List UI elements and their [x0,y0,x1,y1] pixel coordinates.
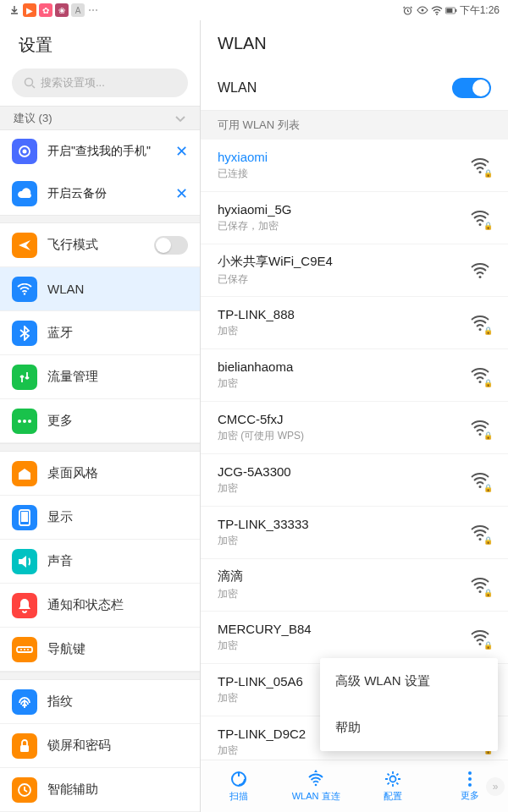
svg-point-6 [25,79,33,86]
svg-point-16 [20,649,22,650]
settings-row-home[interactable]: 桌面风格 [0,452,200,496]
svg-point-9 [24,293,25,294]
settings-row-finger[interactable]: 指纹 [0,680,200,724]
svg-point-35 [389,776,395,782]
suggestion-item[interactable]: 开启"查找我的手机" ✕ [0,130,200,173]
network-status: 加密 [218,481,459,496]
network-row[interactable]: hyxiaomi已连接 🔒 [201,140,508,192]
bottom-scan[interactable]: 扫描 [201,760,278,812]
network-status: 加密 [218,639,459,653]
wifi-signal-icon: 🔒 [469,365,491,387]
toggle-switch[interactable] [154,236,188,255]
row-label: 桌面风格 [47,465,188,481]
bottom-collapse-icon[interactable]: » [486,777,505,796]
svg-point-21 [479,171,482,173]
svg-point-24 [479,328,482,331]
section-gap [0,215,200,223]
section-gap [0,443,200,452]
settings-row-dots[interactable]: 更多 [0,399,200,443]
sound-icon [12,549,37,574]
network-row[interactable]: CMCC-5fxJ加密 (可使用 WPS) 🔒 [201,402,508,454]
display-icon [12,505,37,530]
target-icon [12,139,37,164]
svg-point-1 [421,9,423,12]
status-bar: ▶ ✿ ❀ A ⋯ 下午1:26 [0,0,508,20]
more-icon: ⋯ [87,4,99,16]
row-label: 显示 [47,509,188,525]
wifi-signal-icon: 🔒 [469,522,491,544]
lock-icon: 🔒 [483,484,493,492]
settings-row-display[interactable]: 显示 [0,496,200,540]
settings-row-wifi[interactable]: WLAN [0,267,200,311]
wifi-signal-icon [469,260,491,282]
section-gap [0,672,200,680]
suggestions-header[interactable]: 建议 (3) [0,106,200,130]
close-icon[interactable]: ✕ [175,142,188,161]
settings-row-bell[interactable]: 通知和状态栏 [0,584,200,628]
scan-icon [229,770,248,788]
settings-row-sound[interactable]: 声音 [0,540,200,584]
finger-icon [12,689,37,715]
row-label: 智能辅助 [47,782,188,798]
lock-icon: 🔒 [483,589,493,597]
network-row[interactable]: 滴滴加密 🔒 [201,559,508,612]
eye-icon [417,4,428,16]
wlan-pane: WLAN WLAN 可用 WLAN 列表 hyxiaomi已连接 🔒hyxiao… [201,20,508,812]
download-icon [8,4,20,16]
suggestion-label: 开启云备份 [47,186,165,201]
settings-row-data[interactable]: 流量管理 [0,355,200,399]
bottom-config[interactable]: 配置 [355,760,432,812]
svg-point-27 [479,486,482,488]
settings-row-bt[interactable]: 蓝牙 [0,311,200,355]
wlan-switch[interactable] [452,78,491,98]
menu-help[interactable]: 帮助 [320,705,498,751]
network-row[interactable]: TP-LINK_33333加密 🔒 [201,507,508,559]
network-row[interactable]: hyxiaomi_5G已保存，加密 🔒 [201,192,508,244]
settings-row-lock[interactable]: 锁屏和密码 [0,724,200,768]
suggestion-label: 开启"查找我的手机" [47,144,165,159]
network-status: 加密 [218,587,459,601]
network-row[interactable]: JCG-5A3300加密 🔒 [201,454,508,507]
menu-advanced-wlan[interactable]: 高级 WLAN 设置 [320,658,498,705]
svg-point-38 [468,783,472,787]
row-label: 锁屏和密码 [47,738,188,754]
home-icon [12,461,37,486]
network-status: 已连接 [218,167,459,181]
wlan-title: WLAN [201,20,508,65]
network-row[interactable]: bielianhaoma加密 🔒 [201,349,508,402]
cloud-icon [12,181,37,206]
close-icon[interactable]: ✕ [175,184,188,203]
row-label: WLAN [47,282,188,296]
available-section-header: 可用 WLAN 列表 [201,111,508,140]
svg-point-22 [479,223,482,226]
settings-row-plane[interactable]: 飞行模式 [0,223,200,267]
svg-point-30 [479,643,482,645]
wlan-toggle-row[interactable]: WLAN [201,65,508,111]
direct-icon [306,770,325,788]
settings-row-assist[interactable]: 智能辅助 [0,768,200,812]
suggestion-item[interactable]: 开启云备份 ✕ [0,173,200,215]
row-label: 飞行模式 [47,237,144,253]
app-icon: ❀ [55,3,69,17]
search-input[interactable]: 搜索设置项... [12,69,188,97]
lock-icon: 🔒 [483,326,493,335]
bt-icon [12,321,37,346]
settings-title: 设置 [0,20,200,69]
network-name: 小米共享WiFi_C9E4 [218,254,459,270]
network-row[interactable]: 小米共享WiFi_C9E4已保存 [201,244,508,297]
svg-point-25 [479,381,482,383]
wifi-signal-icon: 🔒 [469,312,491,334]
network-row[interactable]: MERCURY_B84加密 🔒 [201,612,508,664]
svg-point-23 [479,276,482,278]
svg-point-11 [23,420,26,423]
app-icon: A [71,3,85,17]
network-row[interactable]: TP-LINK_888加密 🔒 [201,297,508,349]
network-name: MERCURY_B84 [218,622,459,636]
lock-icon: 🔒 [483,169,493,178]
settings-row-nav[interactable]: 导航键 [0,628,200,672]
network-status: 已保存 [218,272,459,287]
bottom-direct[interactable]: WLAN 直连 [278,760,355,812]
clock: 下午1:26 [460,3,500,18]
wifi-signal-icon: 🔒 [469,417,491,439]
nav-icon [12,637,37,662]
